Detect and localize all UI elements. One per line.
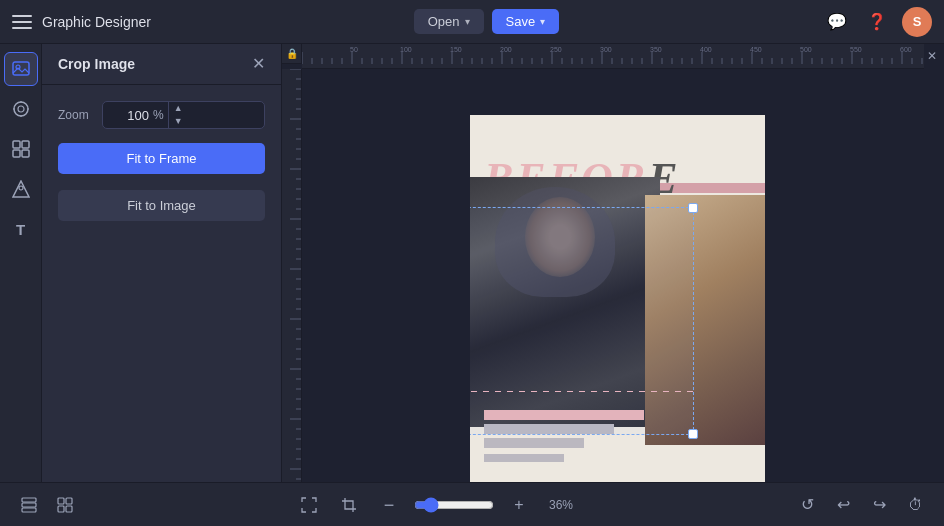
crop-panel: Crop Image ✕ Zoom % ▲ ▼ Fit to Frame Fit… (42, 44, 282, 482)
svg-text:150: 150 (450, 46, 462, 53)
svg-rect-9 (22, 141, 29, 148)
svg-rect-11 (22, 150, 29, 157)
fit-view-button[interactable] (294, 490, 324, 520)
header: Graphic Designer Open ▾ Save ▾ 💬 ❓ S (0, 0, 944, 44)
app-title: Graphic Designer (42, 14, 151, 30)
sidebar-item-text[interactable]: T (4, 212, 38, 246)
svg-text:500: 500 (800, 46, 812, 53)
chevron-down-icon: ▾ (465, 16, 470, 27)
zoom-minus-icon: − (384, 496, 395, 514)
canvas-with-ruler: BEFORE IER (282, 69, 944, 482)
sidebar-icons: T (0, 44, 42, 482)
zoom-slider[interactable] (414, 497, 494, 513)
bottom-right-tools: ↺ ↩ ↪ ⏱ (792, 490, 930, 520)
header-right: 💬 ❓ S (822, 7, 932, 37)
close-crop-panel-button[interactable]: ✕ (252, 56, 265, 72)
avatar[interactable]: S (902, 7, 932, 37)
menu-icon[interactable] (12, 15, 32, 29)
zoom-out-button[interactable]: − (374, 490, 404, 520)
zoom-down-button[interactable]: ▼ (169, 115, 188, 128)
svg-rect-133 (22, 508, 36, 512)
sidebar-item-effects[interactable] (4, 92, 38, 126)
svg-rect-137 (66, 506, 72, 512)
svg-point-3 (18, 106, 24, 112)
bottom-center-tools: − + 36% (294, 490, 578, 520)
sidebar-item-elements[interactable] (4, 172, 38, 206)
zoom-arrows: ▲ ▼ (168, 102, 188, 128)
svg-rect-132 (22, 503, 36, 507)
zoom-input[interactable] (103, 104, 153, 127)
svg-text:400: 400 (700, 46, 712, 53)
svg-rect-135 (66, 498, 72, 504)
chat-icon-button[interactable]: 💬 (822, 7, 852, 37)
svg-rect-136 (58, 506, 64, 512)
zoom-in-button[interactable]: + (504, 490, 534, 520)
grid-button[interactable] (50, 490, 80, 520)
crop-panel-header: Crop Image ✕ (42, 44, 281, 85)
zoom-label: Zoom (58, 108, 92, 122)
canvas-inner[interactable]: BEFORE IER (302, 69, 944, 482)
fit-to-frame-button[interactable]: Fit to Frame (58, 143, 265, 174)
svg-rect-10 (13, 150, 20, 157)
ruler-vertical (282, 69, 302, 482)
bottom-left-tools (14, 490, 80, 520)
zoom-plus-icon: + (514, 497, 523, 513)
crop-tool-button[interactable] (334, 490, 364, 520)
fit-to-image-button[interactable]: Fit to Image (58, 190, 265, 221)
svg-text:350: 350 (650, 46, 662, 53)
header-left: Graphic Designer (12, 14, 151, 30)
ruler-v-svg (282, 69, 302, 482)
header-center: Open ▾ Save ▾ (414, 9, 559, 34)
ruler-row: 🔒 50100150200250300350400450500550600 ✕ (282, 44, 944, 69)
svg-text:100: 100 (400, 46, 412, 53)
crop-handle-tr[interactable] (688, 203, 698, 213)
history-button[interactable]: ⏱ (900, 490, 930, 520)
sidebar-item-image[interactable] (4, 52, 38, 86)
sidebar-item-layout[interactable] (4, 132, 38, 166)
refresh-button[interactable]: ↺ (792, 490, 822, 520)
crop-panel-content: Zoom % ▲ ▼ Fit to Frame Fit to Image (42, 85, 281, 237)
svg-text:250: 250 (550, 46, 562, 53)
layers-button[interactable] (14, 490, 44, 520)
bottom-toolbar: − + 36% ↺ ↩ ↪ ⏱ (0, 482, 944, 526)
gray-bar-bottom-2 (484, 438, 584, 448)
zoom-percent-label: % (153, 108, 168, 122)
svg-point-2 (14, 102, 28, 116)
canvas-area: 🔒 50100150200250300350400450500550600 ✕ (282, 44, 944, 482)
svg-rect-131 (22, 498, 36, 502)
lock-icon: 🔒 (282, 44, 301, 63)
svg-marker-12 (13, 181, 29, 197)
svg-point-13 (19, 186, 23, 190)
zoom-up-button[interactable]: ▲ (169, 102, 188, 115)
gray-bar-bottom-3 (484, 454, 564, 462)
svg-rect-134 (58, 498, 64, 504)
ruler-horizontal: 50100150200250300350400450500550600 (302, 44, 924, 69)
chevron-down-icon: ▾ (540, 16, 545, 27)
svg-text:300: 300 (600, 46, 612, 53)
zoom-row: Zoom % ▲ ▼ (58, 101, 265, 129)
help-icon-button[interactable]: ❓ (862, 7, 892, 37)
svg-text:550: 550 (850, 46, 862, 53)
ruler-corner: 🔒 (282, 44, 302, 64)
open-button[interactable]: Open ▾ (414, 9, 484, 34)
svg-text:200: 200 (500, 46, 512, 53)
close-canvas-button[interactable]: ✕ (922, 46, 942, 66)
crop-handle-br[interactable] (688, 429, 698, 439)
svg-text:50: 50 (350, 46, 358, 53)
svg-rect-8 (13, 141, 20, 148)
crop-pink-line (470, 391, 693, 393)
redo-button[interactable]: ↪ (864, 490, 894, 520)
svg-rect-0 (13, 62, 29, 75)
poster-design: BEFORE IER (470, 115, 765, 482)
crop-selection (470, 207, 694, 435)
ruler-h-svg: 50100150200250300350400450500550600 (302, 44, 924, 64)
zoom-input-wrap: % ▲ ▼ (102, 101, 265, 129)
save-button[interactable]: Save ▾ (492, 9, 560, 34)
svg-text:450: 450 (750, 46, 762, 53)
svg-text:600: 600 (900, 46, 912, 53)
zoom-value-label: 36% (544, 498, 578, 512)
main-area: T Crop Image ✕ Zoom % ▲ ▼ Fit to Frame (0, 44, 944, 482)
undo-button[interactable]: ↩ (828, 490, 858, 520)
crop-panel-title: Crop Image (58, 56, 135, 72)
